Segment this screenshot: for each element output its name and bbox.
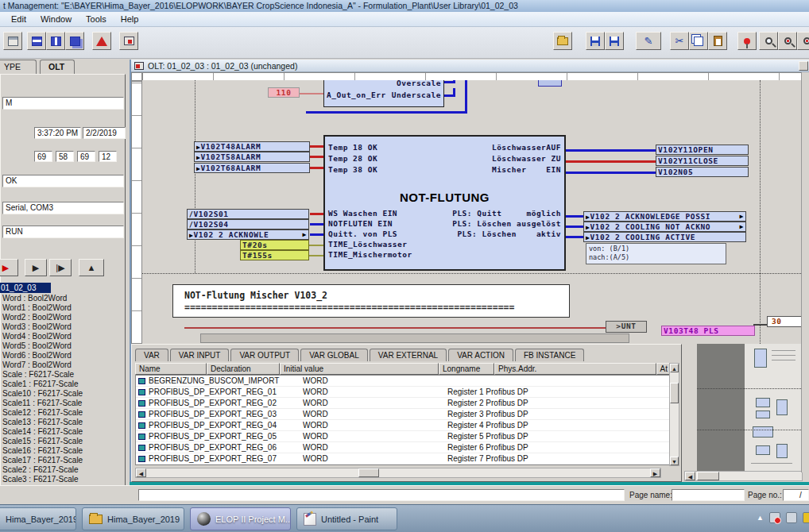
var-table-row[interactable]: BEGRENZUNG_BUSCOM_IMPORT WORD [136,376,671,387]
tab-type[interactable]: YPE [0,60,37,74]
save-button[interactable] [586,32,605,50]
output-signal-box[interactable]: ▶V102 2 COOLING ACTIVE [583,232,746,242]
menu-item[interactable]: Tools [79,13,113,25]
output-signal-box[interactable]: ▶V102 2 ACKNOWLEDGE POSSI▶ [583,211,746,222]
var-tab[interactable]: FB INSTANCE [515,349,584,361]
pou-list-item[interactable]: Word3 : Bool2Word [2,322,123,332]
step-button[interactable]: |▶ [49,259,72,276]
var-tab[interactable]: VAR EXTERNAL [370,349,447,361]
play-button[interactable]: ▶ [25,259,47,276]
const-value-box[interactable]: 110 [268,87,300,98]
tile-vertical-button[interactable] [46,32,65,50]
selected-pou-item[interactable]: 01_02_03 [0,283,51,293]
pou-list-item[interactable]: Scale17 : F6217-Scale [2,456,123,465]
output-signal-box[interactable]: ▶V102 2 COOLING NOT ACKNO▶ [583,222,746,232]
pou-list-item[interactable]: Word7 : Bool2Word [2,360,123,370]
copy-button[interactable] [689,32,708,50]
tray-expand-icon[interactable]: ▲ [757,514,764,522]
open-button[interactable] [553,32,572,50]
run-state-field[interactable]: RUN [2,226,124,238]
editor-maximize-button[interactable] [799,61,808,71]
taskbar-button-elop[interactable]: ELOP II Project M... [190,507,291,530]
scroll-left-arrow[interactable]: ◀ [685,472,695,480]
jump-value-box[interactable]: 30 [767,316,803,327]
tile-horizontal-button[interactable] [27,32,46,50]
editor-titlebar[interactable]: OLT: 01_02_03 : 01_02_03 (unchanged) [131,60,809,72]
tray-notification-icon[interactable] [769,512,780,523]
output-signal-box[interactable]: V102Y11CLOSE [656,156,749,166]
var-table-row[interactable]: PROFIBUS_DP_EXPORT_REG_02 WORD Register … [136,398,671,409]
scroll-up-arrow[interactable]: ▲ [670,364,679,372]
var-table-row[interactable]: PROFIBUS_DP_EXPORT_REG_07 WORD Register … [136,453,671,465]
paste-button[interactable] [708,32,727,50]
pou-list-item[interactable]: Scale10 : F6217-Scale [2,389,123,399]
var-column-header[interactable]: Phys.Addr. [494,363,656,375]
zoom-out-button[interactable] [797,32,809,50]
var-table-row[interactable]: PROFIBUS_DP_EXPORT_REG_06 WORD Register … [136,442,671,453]
var-tab[interactable]: VAR OUTPUT [230,349,299,361]
com-port-field[interactable]: Serial, COM3 [2,202,124,214]
output-signal-box[interactable]: V102N05 [656,167,749,177]
tray-partial-icon[interactable] [803,512,809,523]
input-signal-box[interactable]: /V102S01 [187,209,309,219]
status-field[interactable]: OK [2,175,124,187]
scroll-down-arrow[interactable]: ▼ [670,457,679,465]
cycle-time-field[interactable]: 3:37:20 PM [34,127,81,139]
pou-list-item[interactable]: Scale13 : F6217-Scale [2,418,123,427]
var-table-row[interactable]: PROFIBUS_DP_EXPORT_REG_01 WORD Register … [136,387,671,398]
editor-vscrollbar[interactable] [801,72,809,472]
var-column-header[interactable]: Longname [439,363,494,375]
time-constant-box[interactable]: T#155s [240,250,309,260]
counter-field-3[interactable]: 69 [77,151,95,162]
var-tab[interactable]: VAR GLOBAL [300,349,368,361]
zoom-in-button[interactable] [778,32,797,50]
app-titlebar[interactable]: t Management: "E:\BAYER\Hima_Bayer_2016\… [0,0,809,12]
pou-list-item[interactable]: Word2 : Bool2Word [2,313,123,322]
eject-button[interactable]: ▲ [79,259,104,276]
resource-name-field[interactable]: M [2,97,124,110]
error-display-button[interactable] [92,32,111,50]
var-column-header[interactable]: Initial value [280,363,439,375]
record-button[interactable]: ▶ [0,259,18,276]
tab-olt[interactable]: OLT [40,60,75,74]
var-column-header[interactable]: Declaration [207,363,280,375]
menu-item[interactable]: Help [114,13,145,25]
pou-list-item[interactable]: Word : Bool2Word [2,294,123,303]
tray-clipboard-icon[interactable] [786,512,797,523]
scroll-right-arrow[interactable]: ▶ [650,468,660,477]
jump-target-signal[interactable]: V103T48 PLS [661,326,755,336]
pou-list-item[interactable]: Scale11 : F6217-Scale [2,399,123,408]
pou-list-item[interactable]: Scale14 : F6217-Scale [2,427,123,437]
zoom-fit-button[interactable] [759,32,778,50]
not-flutung-function-block[interactable]: NOT-FLUTUNG Temp 18 OK Temp 28 OK Temp 3… [323,135,566,271]
save-all-button[interactable] [605,32,624,50]
var-table-hscrollbar[interactable]: ◀▶ [135,468,661,478]
input-signal-box[interactable]: ▶V102 2 ACKNOWLE▶ [187,229,309,240]
counter-field-4[interactable]: 12 [99,151,117,162]
pou-list-item[interactable]: Scale3 : F6217-Scale [2,475,123,484]
pou-list-item[interactable]: Scale2 : F6217-Scale [2,465,123,475]
pou-list-item[interactable]: Word5 : Bool2Word [2,341,123,351]
online-window-button[interactable] [119,32,138,50]
var-tab[interactable]: VAR [135,349,168,361]
cut-button[interactable]: ✂ [670,32,689,50]
var-table-row[interactable]: PROFIBUS_DP_EXPORT_REG_04 WORD Register … [136,420,671,431]
input-signal-box[interactable]: /V102S04 [187,219,309,229]
pou-list-item[interactable]: Word6 : Bool2Word [2,351,123,360]
scaling-block[interactable]: Overscale Underscale A_Out_on_Err [323,80,444,107]
input-signal-box[interactable]: ▶V102T48ALARM [194,141,310,152]
pou-list-item[interactable]: Word4 : Bool2Word [2,332,123,341]
cascade-button[interactable] [65,32,84,50]
comment-box[interactable]: NOT-Flutung Mischer V103_2==============… [172,284,570,318]
scroll-left-arrow[interactable]: ◀ [136,468,146,477]
input-signal-box[interactable]: ▶V102T58ALARM [194,152,310,162]
jump-label[interactable]: >UNT [606,321,647,333]
var-table-row[interactable]: PROFIBUS_DP_EXPORT_REG_03 WORD Register … [136,409,671,420]
date-field[interactable]: 2/2/2019 [83,127,126,139]
output-signal-box[interactable]: V102Y11OPEN [656,145,749,155]
menu-item[interactable]: Edit [5,13,33,25]
var-table-row[interactable]: PROFIBUS_DP_EXPORT_REG_05 WORD Register … [136,431,671,442]
menu-item[interactable]: Window [34,13,78,25]
bookmark-button[interactable] [737,32,757,50]
var-table-vscrollbar[interactable]: ▲▼ [669,363,679,466]
